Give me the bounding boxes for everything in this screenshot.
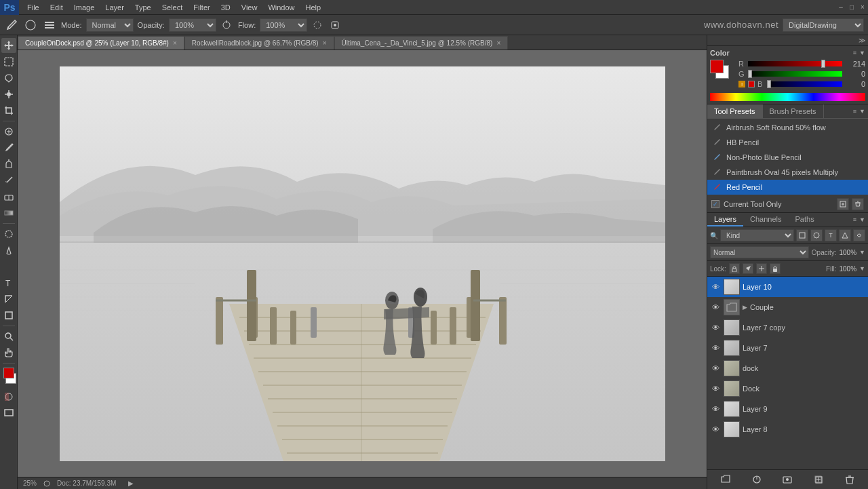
presets-options-btn[interactable]: ≡ xyxy=(853,108,856,115)
minimize-button[interactable]: – xyxy=(835,2,846,13)
lasso-tool[interactable] xyxy=(1,71,16,85)
play-button[interactable]: ▶ xyxy=(128,480,134,487)
layer-item-layer8[interactable]: 👁 Layer 8 xyxy=(707,419,868,439)
adjustment-layer-btn[interactable] xyxy=(750,473,764,486)
menu-select[interactable]: Select xyxy=(157,2,189,13)
menu-edit[interactable]: Edit xyxy=(45,2,68,13)
close-tab-1[interactable]: × xyxy=(173,39,177,47)
tablet-pressure-icon[interactable] xyxy=(328,18,342,33)
filter-shape-btn[interactable] xyxy=(839,229,851,241)
layer-item-couple[interactable]: 👁 ▶ Couple xyxy=(707,297,868,317)
preset-item-nonphoto-pencil[interactable]: Non-Photo Blue Pencil xyxy=(707,150,868,165)
layer-item-dock-upper[interactable]: 👁 Dock xyxy=(707,378,868,399)
layer-mode-select[interactable]: Normal xyxy=(710,246,809,258)
move-tool[interactable] xyxy=(1,38,16,53)
b-slider[interactable] xyxy=(767,81,842,87)
layer-visibility-dock-upper[interactable]: 👁 xyxy=(710,383,721,394)
filter-adj-btn[interactable] xyxy=(810,229,823,241)
layer-visibility-layer10[interactable]: 👁 xyxy=(710,281,721,292)
eraser-tool[interactable] xyxy=(1,189,16,204)
preset-item-paintbrush[interactable]: Paintbrush Oval 45 pixels Multiply xyxy=(707,165,868,180)
layer-visibility-layer9[interactable]: 👁 xyxy=(710,404,721,414)
brush-options-icon[interactable] xyxy=(42,18,57,33)
new-layer-btn[interactable] xyxy=(812,473,825,486)
lock-all-btn[interactable] xyxy=(770,263,781,274)
dodge-tool[interactable] xyxy=(1,243,16,258)
layers-tab-channels[interactable]: Channels xyxy=(743,213,788,227)
gradient-tool[interactable] xyxy=(1,206,16,220)
preset-item-hb-pencil[interactable]: HB Pencil xyxy=(707,135,868,150)
quick-mask-tool[interactable] xyxy=(1,389,16,404)
foreground-swatch[interactable] xyxy=(710,60,724,73)
filter-text-btn[interactable]: T xyxy=(825,229,837,241)
tool-presets-tab[interactable]: Tool Presets xyxy=(707,104,763,118)
magic-wand-tool[interactable] xyxy=(1,87,16,102)
new-group-btn[interactable] xyxy=(719,473,732,486)
layer-visibility-layer7copy[interactable]: 👁 xyxy=(710,322,721,333)
flow-icon[interactable] xyxy=(310,18,325,33)
brush-tool[interactable] xyxy=(1,140,16,155)
menu-filter[interactable]: Filter xyxy=(188,2,215,13)
clone-stamp-tool[interactable] xyxy=(1,157,16,172)
path-selection-tool[interactable] xyxy=(1,292,16,307)
screen-mode-tool[interactable] xyxy=(1,406,16,420)
layer-item-dock-lower[interactable]: 👁 dock xyxy=(707,358,868,378)
layers-options-btn[interactable]: ≡ xyxy=(853,216,856,223)
close-tab-2[interactable]: × xyxy=(323,39,327,47)
workspace-select[interactable]: DigitalDrawing xyxy=(783,18,864,32)
maximize-button[interactable]: □ xyxy=(846,2,857,13)
r-slider[interactable] xyxy=(748,61,842,66)
airbrush-icon[interactable] xyxy=(219,18,234,33)
preset-new-btn[interactable] xyxy=(837,198,849,210)
canvas-container[interactable] xyxy=(18,50,707,477)
menu-layer[interactable]: Layer xyxy=(100,2,130,13)
preset-delete-btn[interactable] xyxy=(852,198,864,210)
shape-tool[interactable] xyxy=(1,308,16,323)
layer-item-layer9[interactable]: 👁 Layer 9 xyxy=(707,399,868,419)
color-panel-options[interactable]: ≡ xyxy=(853,50,856,56)
flow-select[interactable]: 100% xyxy=(260,18,307,32)
current-tool-only-checkbox[interactable]: ✓ xyxy=(711,200,719,208)
brush-size-icon[interactable] xyxy=(23,18,38,33)
g-slider[interactable] xyxy=(748,71,842,77)
layer-visibility-couple[interactable]: 👁 xyxy=(710,302,721,313)
brush-presets-tab[interactable]: Brush Presets xyxy=(763,104,824,118)
tab-ultimacena[interactable]: Última_Cena_-_Da_Vinci_5.jpg @ 12.5% (RG… xyxy=(334,36,509,50)
menu-file[interactable]: File xyxy=(22,2,45,13)
brush-tool-icon[interactable] xyxy=(4,18,19,33)
layer-item-layer7copy[interactable]: 👁 Layer 7 copy xyxy=(707,317,868,338)
layers-collapse-btn[interactable]: ▼ xyxy=(859,216,865,223)
opacity-select[interactable]: 100% xyxy=(169,18,216,32)
couple-group-arrow[interactable]: ▶ xyxy=(743,304,747,311)
selection-tool[interactable] xyxy=(1,54,16,69)
pen-tool[interactable] xyxy=(1,259,16,274)
menu-image[interactable]: Image xyxy=(68,2,100,13)
menu-help[interactable]: Help xyxy=(300,2,327,13)
panel-collapse-btn[interactable]: ≫ xyxy=(859,37,865,44)
text-tool[interactable]: T xyxy=(1,275,16,290)
layers-kind-filter[interactable]: Kind xyxy=(720,229,794,241)
healing-brush-tool[interactable] xyxy=(1,124,16,139)
delete-layer-btn[interactable] xyxy=(843,473,856,486)
close-button[interactable]: × xyxy=(857,2,868,13)
lock-position-btn[interactable] xyxy=(756,263,767,274)
add-mask-btn[interactable] xyxy=(781,473,794,486)
color-panel-collapse[interactable]: ▼ xyxy=(859,50,865,56)
color-spectrum[interactable] xyxy=(710,93,865,101)
presets-collapse-btn[interactable]: ▼ xyxy=(859,108,865,115)
close-tab-3[interactable]: × xyxy=(496,39,500,47)
tab-coupleondock[interactable]: CoupleOnDock.psd @ 25% (Layer 10, RGB/8#… xyxy=(18,36,184,50)
menu-view[interactable]: View xyxy=(236,2,263,13)
preset-item-red-pencil[interactable]: Red Pencil xyxy=(707,180,868,195)
status-arrow-btn[interactable] xyxy=(43,480,50,487)
history-brush-tool[interactable] xyxy=(1,173,16,188)
menu-type[interactable]: Type xyxy=(130,2,157,13)
tab-rockwell[interactable]: RockwellRoadblock.jpg @ 66.7% (RGB/8) × xyxy=(184,36,334,50)
filter-pixel-btn[interactable] xyxy=(796,229,808,241)
mode-select[interactable]: Normal xyxy=(86,18,134,32)
layers-tab-paths[interactable]: Paths xyxy=(789,213,821,227)
layer-visibility-layer8[interactable]: 👁 xyxy=(710,424,721,435)
layer-item-layer10[interactable]: 👁 Layer 10 xyxy=(707,277,868,297)
lock-image-btn[interactable] xyxy=(743,263,753,274)
crop-tool[interactable] xyxy=(1,103,16,118)
